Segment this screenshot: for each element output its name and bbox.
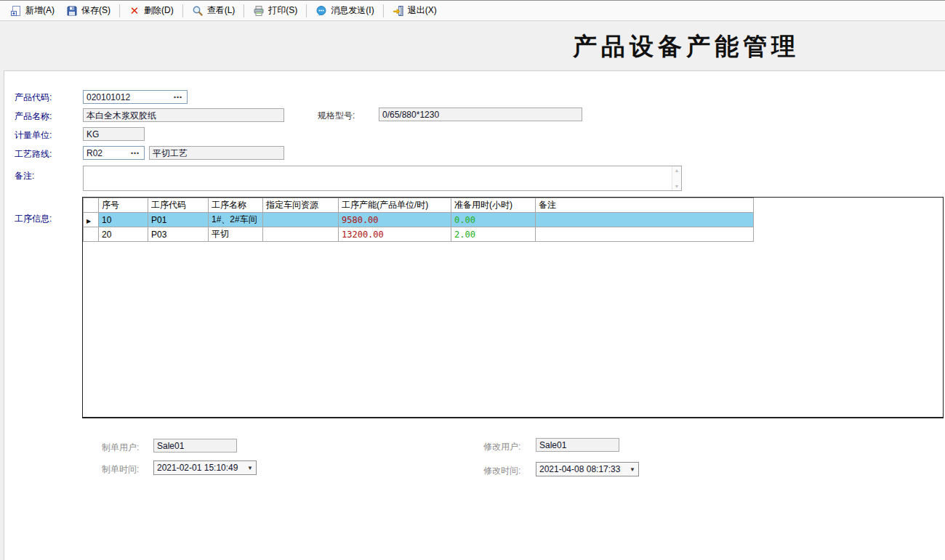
- cell-remark[interactable]: [536, 227, 754, 242]
- spec-model-input[interactable]: 0/65/880*1230: [379, 107, 582, 121]
- grid-row-1[interactable]: ▶ 10 P01 1#、2#车间 9580.00 0.00: [84, 213, 754, 227]
- process-route-label: 工艺路线:: [15, 148, 52, 161]
- unit-label: 计量单位:: [15, 129, 52, 142]
- remark-scrollbar[interactable]: ▲ ▼: [672, 166, 681, 190]
- view-button-label: 查看(L): [207, 4, 236, 17]
- cell-seq[interactable]: 10: [99, 213, 148, 227]
- delete-button[interactable]: ✕ 删除(D): [123, 1, 180, 20]
- process-route-browse-button[interactable]: ⋯: [129, 147, 142, 158]
- product-name-label: 产品名称:: [15, 110, 52, 123]
- new-button-label: 新增(A): [25, 4, 55, 17]
- selected-row-arrow-icon: ▶: [87, 218, 91, 224]
- modify-time-label: 修改时间:: [483, 465, 520, 477]
- save-icon: [66, 5, 78, 17]
- cell-capacity[interactable]: 13200.00: [339, 227, 451, 242]
- cell-name[interactable]: 1#、2#车间: [209, 213, 263, 227]
- capacity-management-window: 新增(A) 保存(S) ✕ 删除(D): [0, 0, 945, 560]
- unit-input[interactable]: KG: [83, 127, 145, 141]
- grid-header-name[interactable]: 工序名称: [209, 198, 263, 213]
- save-button-label: 保存(S): [81, 4, 110, 17]
- print-button[interactable]: 打印(S): [247, 1, 303, 20]
- modify-time-value: 2021-04-08 08:17:33: [539, 464, 620, 474]
- message-send-button-label: 消息发送(I): [331, 4, 374, 17]
- process-route-name-value: 平切工艺: [153, 148, 188, 158]
- create-user-label: 制单用户:: [102, 442, 139, 454]
- toolbar-separator: [119, 4, 120, 17]
- exit-button-label: 退出(X): [408, 4, 437, 17]
- process-route-code-input[interactable]: R02 ⋯: [83, 146, 145, 160]
- modify-user-label: 修改用户:: [483, 441, 520, 453]
- grid-header-selector: [84, 198, 99, 213]
- grid-header-workshop[interactable]: 指定车间资源: [263, 198, 339, 213]
- view-button[interactable]: 查看(L): [186, 1, 241, 20]
- spec-model-value: 0/65/880*1230: [382, 110, 439, 120]
- modify-time-dropdown[interactable]: 2021-04-08 08:17:33 ▼: [536, 462, 639, 476]
- message-icon: [315, 5, 327, 17]
- toolbar-separator: [306, 4, 307, 17]
- grid-header-capacity[interactable]: 工序产能(产品单位/时): [339, 198, 451, 213]
- process-info-label: 工序信息:: [15, 213, 52, 225]
- cell-prep[interactable]: 2.00: [451, 227, 536, 242]
- print-button-label: 打印(S): [268, 4, 297, 17]
- cell-prep[interactable]: 0.00: [451, 213, 536, 227]
- toolbar-separator: [383, 4, 384, 17]
- title-band: [0, 22, 945, 70]
- row-selector-cell[interactable]: ▶: [84, 213, 99, 227]
- process-route-code-value: R02: [87, 148, 102, 158]
- product-name-value: 本白全木浆双胶纸: [87, 110, 156, 121]
- row-selector-cell[interactable]: [84, 227, 99, 242]
- product-code-value: 020101012: [87, 92, 130, 102]
- grid-header-seq[interactable]: 序号: [99, 198, 148, 213]
- spec-model-label: 规格型号:: [318, 110, 355, 122]
- cell-capacity[interactable]: 9580.00: [339, 213, 451, 227]
- process-grid: 序号 工序代码 工序名称 指定车间资源 工序产能(产品单位/时) 准备用时(小时…: [83, 198, 754, 242]
- modify-user-value: Sale01: [539, 440, 566, 450]
- modify-user-input[interactable]: Sale01: [536, 438, 619, 452]
- toolbar: 新增(A) 保存(S) ✕ 删除(D): [0, 0, 945, 21]
- product-code-browse-button[interactable]: ⋯: [172, 92, 185, 102]
- cell-remark[interactable]: [536, 213, 754, 227]
- page-title: 产品设备产能管理: [573, 31, 800, 63]
- create-time-value: 2021-02-01 15:10:49: [157, 463, 238, 473]
- grid-header-row: 序号 工序代码 工序名称 指定车间资源 工序产能(产品单位/时) 准备用时(小时…: [84, 198, 754, 213]
- message-send-button[interactable]: 消息发送(I): [310, 1, 379, 20]
- save-button[interactable]: 保存(S): [60, 1, 116, 20]
- cell-workshop[interactable]: [263, 213, 339, 227]
- cell-seq[interactable]: 20: [99, 227, 148, 242]
- product-name-input[interactable]: 本白全木浆双胶纸: [83, 108, 284, 122]
- create-user-value: Sale01: [157, 441, 184, 451]
- product-code-input[interactable]: 020101012 ⋯: [83, 90, 188, 104]
- delete-icon: ✕: [129, 5, 140, 17]
- toolbar-separator: [244, 4, 244, 17]
- exit-icon: [393, 5, 404, 17]
- toolbar-separator: [182, 4, 183, 17]
- remark-label: 备注:: [15, 170, 34, 182]
- process-grid-container: 序号 工序代码 工序名称 指定车间资源 工序产能(产品单位/时) 准备用时(小时…: [82, 197, 944, 418]
- new-document-icon: [10, 5, 22, 17]
- grid-header-prep[interactable]: 准备用时(小时): [451, 198, 536, 213]
- grid-header-remark[interactable]: 备注: [536, 198, 754, 213]
- cell-name[interactable]: 平切: [209, 227, 263, 242]
- print-icon: [253, 5, 265, 17]
- grid-header-code[interactable]: 工序代码: [148, 198, 209, 213]
- unit-value: KG: [87, 129, 99, 139]
- create-time-label: 制单时间:: [102, 463, 139, 476]
- delete-button-label: 删除(D): [144, 4, 174, 17]
- product-code-label: 产品代码:: [15, 92, 52, 104]
- cell-code[interactable]: P03: [148, 227, 209, 242]
- scroll-up-icon[interactable]: ▲: [675, 168, 680, 173]
- cell-code[interactable]: P01: [148, 213, 209, 227]
- cell-workshop[interactable]: [263, 227, 339, 242]
- scroll-down-icon[interactable]: ▼: [675, 184, 680, 189]
- exit-button[interactable]: 退出(X): [387, 1, 443, 20]
- new-button[interactable]: 新增(A): [4, 1, 60, 20]
- chevron-down-icon: ▼: [627, 463, 638, 476]
- remark-textarea-frame: ▲ ▼: [83, 166, 682, 191]
- grid-row-2[interactable]: 20 P03 平切 13200.00 2.00: [84, 227, 754, 242]
- create-user-input[interactable]: Sale01: [153, 439, 237, 453]
- chevron-down-icon: ▼: [244, 461, 256, 474]
- view-icon: [192, 5, 204, 17]
- process-route-name-input[interactable]: 平切工艺: [149, 146, 284, 160]
- remark-textarea[interactable]: [84, 166, 671, 190]
- create-time-dropdown[interactable]: 2021-02-01 15:10:49 ▼: [153, 460, 257, 475]
